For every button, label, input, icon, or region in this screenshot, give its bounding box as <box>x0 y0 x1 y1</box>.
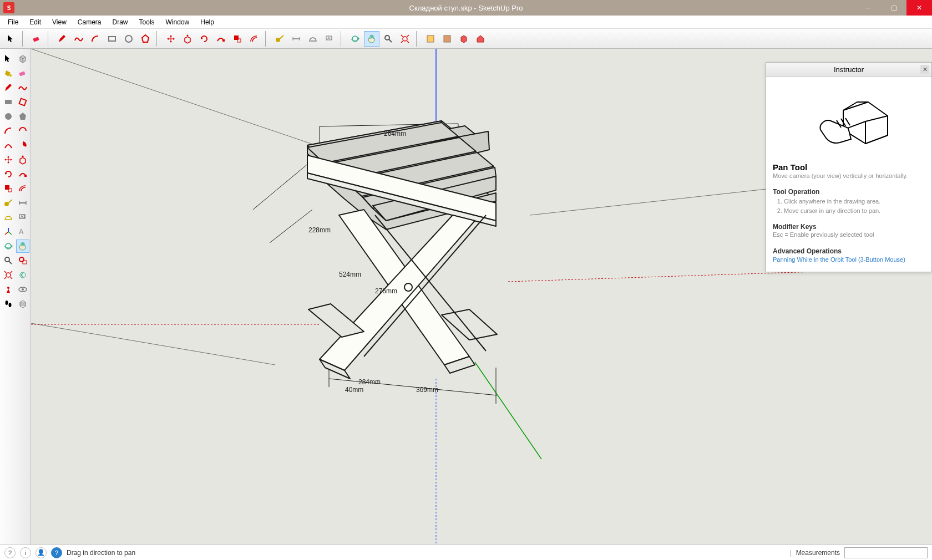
polygon-icon[interactable] <box>16 110 29 123</box>
instructor-close-button[interactable]: ✕ <box>920 65 929 74</box>
canvas[interactable]: 264mm228mm524mm276mm284mm40mm369mm Instr… <box>31 49 932 544</box>
select-icon[interactable] <box>2 52 15 65</box>
rotate-icon[interactable] <box>2 167 15 181</box>
pie-icon[interactable] <box>16 139 29 152</box>
dimension-icon[interactable] <box>288 31 304 47</box>
svg-point-2 <box>125 35 132 42</box>
warehouse-icon[interactable] <box>473 31 488 47</box>
arc2-icon[interactable] <box>16 124 29 138</box>
rect-rot-icon[interactable] <box>16 95 29 109</box>
component-icon[interactable] <box>456 31 472 47</box>
followme-icon[interactable] <box>16 167 29 181</box>
instructor-hero <box>773 83 925 160</box>
arc-icon[interactable] <box>2 124 15 138</box>
svg-line-54 <box>9 261 12 264</box>
select-icon[interactable] <box>3 31 19 47</box>
offset-icon[interactable] <box>246 31 262 47</box>
help-icon[interactable]: ? <box>4 547 16 558</box>
menu-window[interactable]: Window <box>161 17 194 27</box>
previous-icon[interactable] <box>16 268 29 282</box>
circle-icon[interactable] <box>121 31 136 47</box>
instructor-title-text: Instructor <box>834 65 864 74</box>
tape-icon[interactable] <box>272 31 287 47</box>
pushpull-icon[interactable] <box>16 153 29 166</box>
instructor-adv-heading: Advanced Operations <box>773 247 925 255</box>
text-icon[interactable]: A1 <box>322 31 337 47</box>
position-camera-icon[interactable] <box>2 283 15 296</box>
tape-icon[interactable] <box>2 196 15 210</box>
rotate-icon[interactable] <box>196 31 212 47</box>
zoom-window-icon[interactable] <box>16 254 29 267</box>
look-around-icon[interactable] <box>16 283 29 296</box>
scale-icon[interactable] <box>230 31 245 47</box>
zoom-extents-icon[interactable] <box>397 31 413 47</box>
outliner-icon[interactable] <box>423 31 438 47</box>
orbit-icon[interactable] <box>347 31 363 47</box>
dimension-icon[interactable] <box>16 196 29 210</box>
pencil-icon[interactable] <box>2 81 15 94</box>
arc3-icon[interactable] <box>2 139 15 152</box>
3dtext-icon[interactable]: A <box>16 225 29 238</box>
zoom-icon[interactable] <box>381 31 396 47</box>
measurements-input[interactable] <box>844 547 928 558</box>
menu-view[interactable]: View <box>48 17 71 27</box>
info-icon[interactable]: i <box>20 547 31 558</box>
instructor-title[interactable]: Instructor ✕ <box>766 63 931 77</box>
move-icon[interactable] <box>163 31 179 47</box>
paint-bucket-icon[interactable] <box>2 67 15 80</box>
freehand-icon[interactable] <box>16 81 29 94</box>
followme-icon[interactable] <box>213 31 229 47</box>
maximize-button[interactable]: ▢ <box>881 0 906 16</box>
text-icon[interactable]: A1 <box>16 211 29 224</box>
protractor-icon[interactable] <box>2 211 15 224</box>
pushpull-icon[interactable] <box>180 31 195 47</box>
svg-text:A: A <box>19 228 24 236</box>
svg-rect-31 <box>5 100 12 104</box>
menu-file[interactable]: File <box>3 17 23 27</box>
menu-camera[interactable]: Camera <box>73 17 106 27</box>
instructor-op-list: Click anywhere in the drawing area.Move … <box>773 197 925 215</box>
menu-edit[interactable]: Edit <box>25 17 45 27</box>
circle-icon[interactable] <box>2 110 15 123</box>
arc-icon[interactable] <box>88 31 103 47</box>
instructor-adv-link[interactable]: Panning While in the Orbit Tool (3-Butto… <box>773 256 925 263</box>
scale-icon[interactable] <box>2 182 15 195</box>
pan-icon[interactable] <box>16 240 29 253</box>
user-icon[interactable]: 👤 <box>36 547 47 558</box>
pencil-icon[interactable] <box>54 31 70 47</box>
pan-icon[interactable] <box>364 31 379 47</box>
dimension-label: 524mm <box>339 271 361 278</box>
move-icon[interactable] <box>2 153 15 166</box>
zoom-extents-icon[interactable] <box>2 268 15 282</box>
zoom-icon[interactable] <box>2 254 15 267</box>
titlebar: S Складной стул.skp - SketchUp Pro ─ ▢ ✕ <box>0 0 932 16</box>
geo-icon[interactable]: ? <box>51 547 62 558</box>
rect-icon[interactable] <box>104 31 120 47</box>
svg-point-59 <box>7 287 9 289</box>
svg-text:A1: A1 <box>327 36 332 40</box>
paint-icon[interactable] <box>439 31 455 47</box>
svg-line-67 <box>31 49 358 160</box>
svg-point-18 <box>385 35 389 40</box>
menu-tools[interactable]: Tools <box>135 17 159 27</box>
protractor-icon[interactable] <box>305 31 321 47</box>
axes-icon[interactable] <box>2 225 15 238</box>
component-icon[interactable] <box>16 52 29 65</box>
polygon-icon[interactable] <box>138 31 153 47</box>
menu-help[interactable]: Help <box>196 17 219 27</box>
minimize-button[interactable]: ─ <box>855 0 881 16</box>
eraser-icon[interactable] <box>29 31 44 47</box>
rect-icon[interactable] <box>2 95 15 109</box>
menu-draw[interactable]: Draw <box>108 17 133 27</box>
offset-icon[interactable] <box>16 182 29 195</box>
orbit-icon[interactable] <box>2 240 15 253</box>
eraser-icon[interactable] <box>16 67 29 80</box>
walk-icon[interactable] <box>2 297 15 310</box>
dimension-label: 264mm <box>384 130 406 138</box>
dimension-label: 369mm <box>416 386 438 394</box>
freehand-icon[interactable] <box>71 31 87 47</box>
section-icon[interactable] <box>16 297 29 310</box>
svg-rect-39 <box>5 185 9 190</box>
svg-point-62 <box>5 301 8 305</box>
close-button[interactable]: ✕ <box>906 0 932 16</box>
